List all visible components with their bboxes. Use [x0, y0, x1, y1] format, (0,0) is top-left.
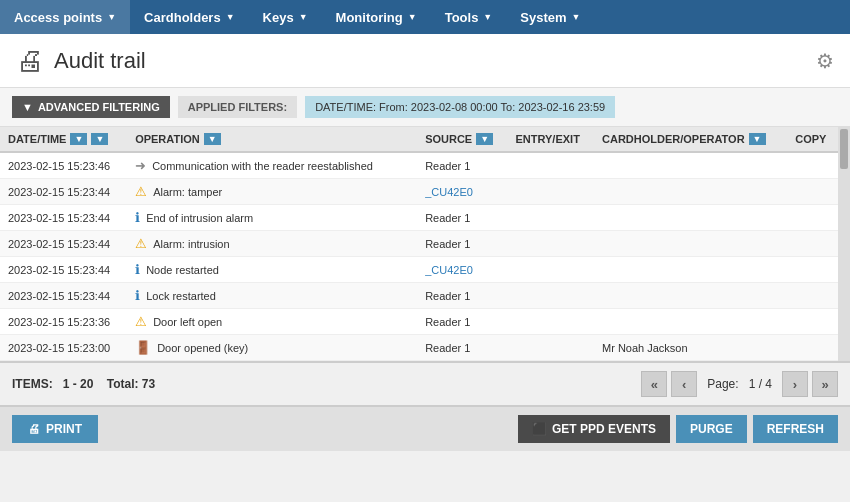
- nav-label: Keys: [263, 10, 294, 25]
- nav-label: Access points: [14, 10, 102, 25]
- cell-operation: ℹ End of intrusion alarm: [127, 205, 417, 231]
- cell-datetime: 2023-02-15 15:23:44: [0, 179, 127, 205]
- cell-entry-exit: [508, 257, 595, 283]
- table-row: 2023-02-15 15:23:44 ℹ Lock restarted Rea…: [0, 283, 838, 309]
- items-label: ITEMS:: [12, 377, 53, 391]
- nav-label: Cardholders: [144, 10, 221, 25]
- nav-label: Tools: [445, 10, 479, 25]
- nav-cardholders[interactable]: Cardholders ▼: [130, 0, 249, 34]
- settings-icon[interactable]: ⚙: [816, 49, 834, 73]
- nav-arrow-icon: ▼: [107, 12, 116, 22]
- filter-value: DATE/TIME: From: 2023-02-08 00:00 To: 20…: [305, 96, 615, 118]
- cell-entry-exit: [508, 231, 595, 257]
- page-title-area: 🖨 Audit trail: [16, 44, 146, 77]
- cell-cardholder: [594, 283, 787, 309]
- advanced-filter-button[interactable]: ▼ ADVANCED FILTERING: [12, 96, 170, 118]
- current-page: 1 / 4: [749, 377, 772, 391]
- nav-arrow-icon: ▼: [226, 12, 235, 22]
- col-entry-exit: ENTRY/EXIT: [508, 127, 595, 152]
- cell-operation: ℹ Node restarted: [127, 257, 417, 283]
- col-operation: OPERATION ▼: [127, 127, 417, 152]
- cell-datetime: 2023-02-15 15:23:44: [0, 205, 127, 231]
- action-buttons: ⬛ GET PPD EVENTS PURGE REFRESH: [518, 415, 838, 443]
- page-header: 🖨 Audit trail ⚙: [0, 34, 850, 88]
- datetime-sort-desc[interactable]: ▼: [70, 133, 87, 145]
- print-button[interactable]: 🖨 PRINT: [12, 415, 98, 443]
- cell-source: Reader 1: [417, 152, 507, 179]
- nav-arrow-icon: ▼: [299, 12, 308, 22]
- col-source: SOURCE ▼: [417, 127, 507, 152]
- cell-copy: [787, 335, 838, 361]
- operation-filter-btn[interactable]: ▼: [204, 133, 221, 145]
- info-icon: ℹ: [135, 210, 140, 225]
- col-copy: COPY: [787, 127, 838, 152]
- cell-source: Reader 1: [417, 335, 507, 361]
- next-page-button[interactable]: ›: [782, 371, 808, 397]
- cell-entry-exit: [508, 309, 595, 335]
- audit-table-container: DATE/TIME ▼ ▼ OPERATION ▼ SOURCE: [0, 127, 850, 361]
- cell-cardholder: [594, 179, 787, 205]
- cell-cardholder: [594, 257, 787, 283]
- nav-arrow-icon: ▼: [408, 12, 417, 22]
- warning-icon: ⚠: [135, 236, 147, 251]
- ppd-icon: ⬛: [532, 422, 547, 436]
- cell-datetime: 2023-02-15 15:23:46: [0, 152, 127, 179]
- audit-table: DATE/TIME ▼ ▼ OPERATION ▼ SOURCE: [0, 127, 838, 361]
- table-row: 2023-02-15 15:23:46 ➜ Communication with…: [0, 152, 838, 179]
- nav-label: Monitoring: [336, 10, 403, 25]
- cell-source: _CU42E0: [417, 257, 507, 283]
- nav-tools[interactable]: Tools ▼: [431, 0, 507, 34]
- get-ppd-events-button[interactable]: ⬛ GET PPD EVENTS: [518, 415, 670, 443]
- scrollbar-thumb[interactable]: [840, 129, 848, 169]
- nav-arrow-icon: ▼: [483, 12, 492, 22]
- warning-icon: ⚠: [135, 314, 147, 329]
- table-body: 2023-02-15 15:23:46 ➜ Communication with…: [0, 152, 838, 361]
- items-total: Total: 73: [107, 377, 155, 391]
- cell-datetime: 2023-02-15 15:23:44: [0, 231, 127, 257]
- cell-operation: 🚪 Door opened (key): [127, 335, 417, 361]
- cell-datetime: 2023-02-15 15:23:00: [0, 335, 127, 361]
- cell-copy: [787, 309, 838, 335]
- print-label: PRINT: [46, 422, 82, 436]
- table-row: 2023-02-15 15:23:44 ⚠ Alarm: tamper _CU4…: [0, 179, 838, 205]
- table-header-row: DATE/TIME ▼ ▼ OPERATION ▼ SOURCE: [0, 127, 838, 152]
- scrollbar-track[interactable]: [838, 127, 850, 361]
- cell-cardholder: [594, 231, 787, 257]
- cell-copy: [787, 283, 838, 309]
- refresh-button[interactable]: REFRESH: [753, 415, 838, 443]
- nav-system[interactable]: System ▼: [506, 0, 594, 34]
- first-page-button[interactable]: «: [641, 371, 667, 397]
- purge-button[interactable]: PURGE: [676, 415, 747, 443]
- bottom-bar: 🖨 PRINT ⬛ GET PPD EVENTS PURGE REFRESH: [0, 405, 850, 451]
- nav-keys[interactable]: Keys ▼: [249, 0, 322, 34]
- audit-trail-icon: 🖨: [16, 44, 44, 77]
- cell-operation: ℹ Lock restarted: [127, 283, 417, 309]
- cell-copy: [787, 231, 838, 257]
- page-title: Audit trail: [54, 48, 146, 74]
- last-page-button[interactable]: »: [812, 371, 838, 397]
- cardholder-filter-btn[interactable]: ▼: [749, 133, 766, 145]
- filter-bar: ▼ ADVANCED FILTERING APPLIED FILTERS: DA…: [0, 88, 850, 127]
- nav-arrow-icon: ▼: [572, 12, 581, 22]
- nav-access-points[interactable]: Access points ▼: [0, 0, 130, 34]
- datetime-filter-btn[interactable]: ▼: [91, 133, 108, 145]
- page-label: Page: 1 / 4: [701, 377, 778, 391]
- nav-monitoring[interactable]: Monitoring ▼: [322, 0, 431, 34]
- cell-operation: ⚠ Alarm: intrusion: [127, 231, 417, 257]
- cell-entry-exit: [508, 283, 595, 309]
- warning-icon: ⚠: [135, 184, 147, 199]
- cell-source: Reader 1: [417, 283, 507, 309]
- items-range: 1 - 20: [63, 377, 94, 391]
- cell-entry-exit: [508, 335, 595, 361]
- prev-page-button[interactable]: ‹: [671, 371, 697, 397]
- top-navigation: Access points ▼ Cardholders ▼ Keys ▼ Mon…: [0, 0, 850, 34]
- pagination-bar: ITEMS: 1 - 20 Total: 73 « ‹ Page: 1 / 4 …: [0, 361, 850, 405]
- cell-cardholder: [594, 152, 787, 179]
- source-filter-btn[interactable]: ▼: [476, 133, 493, 145]
- cell-operation: ➜ Communication with the reader reestabl…: [127, 152, 417, 179]
- refresh-label: REFRESH: [767, 422, 824, 436]
- cell-source: Reader 1: [417, 309, 507, 335]
- pagination-controls: « ‹ Page: 1 / 4 › »: [641, 371, 838, 397]
- cell-copy: [787, 205, 838, 231]
- table-row: 2023-02-15 15:23:44 ℹ Node restarted _CU…: [0, 257, 838, 283]
